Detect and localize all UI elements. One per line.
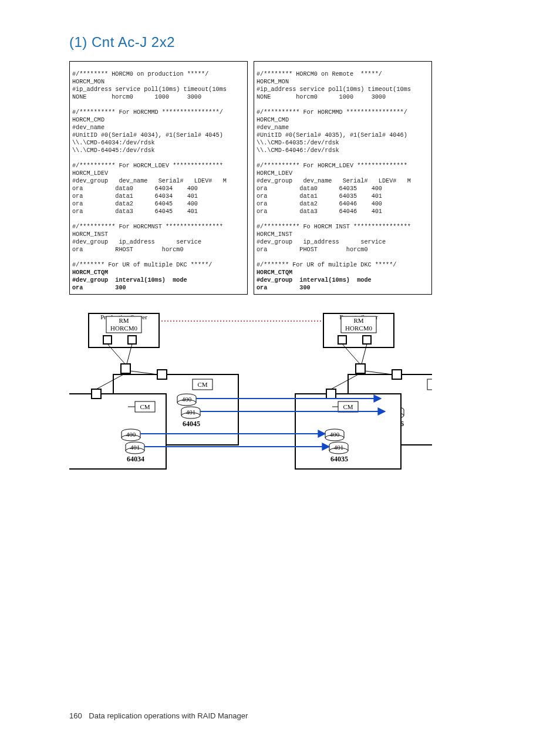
cfg-line: HORCM_MON (72, 79, 104, 85)
serial-64034: 64034 (127, 455, 144, 463)
cfg-line: #/********** For HORCMMD ***************… (72, 109, 223, 116)
svg-rect-40 (363, 336, 371, 344)
cfg-line: ora data2 64046 400 (257, 201, 382, 207)
cfg-line: #/******** HORCM0 on Remote *****/ (257, 71, 382, 77)
svg-rect-47 (427, 379, 432, 390)
svg-line-24 (96, 373, 126, 389)
cfg-line: HORCM_INST (257, 231, 292, 238)
cfg-line: #ip_address service poll(10ms) timeout(1… (257, 86, 411, 93)
cfg-line: \\.\CMD-64034:/dev/rdsk (72, 140, 155, 146)
rm-label: RM (119, 317, 129, 324)
footer-title: Data replication operations with RAID Ma… (89, 711, 248, 720)
rm-label: RM (353, 317, 363, 324)
cfg-line: #ip_address service poll(10ms) timeout(1… (72, 86, 227, 93)
svg-rect-43 (356, 364, 365, 373)
cfg-line: #dev_name (72, 124, 104, 131)
cfg-line: ora data3 64046 401 (257, 208, 382, 215)
ldev-401: 401 (334, 444, 344, 451)
cfg-line: HORCM_LDEV (72, 170, 108, 177)
svg-rect-4 (128, 336, 136, 344)
topology-diagram: Production Server RM HORCM0 CM (69, 309, 432, 505)
cfg-line: #/********** Fo HORCM INST *************… (257, 224, 411, 230)
cfg-line: #dev_group interval(10ms) mode (257, 277, 372, 283)
ldev-400: 400 (330, 431, 340, 438)
serial-64035: 64035 (330, 455, 348, 463)
svg-rect-59 (326, 389, 336, 399)
horcm0-label: HORCM0 (345, 325, 372, 332)
cfg-line: #/********** For HORCM_LDEV ************… (72, 163, 223, 169)
cfg-line: ora RHOST horcm0 (72, 247, 184, 253)
cfg-line: HORCM_CMD (257, 117, 289, 123)
horcm0-label: HORCM0 (110, 325, 137, 332)
svg-rect-45 (392, 370, 402, 379)
serial-64045: 64045 (183, 420, 200, 428)
cfg-line: #UnitID #0(Serial# 4035), #1(Serial# 404… (257, 132, 407, 139)
cfg-line: \\.\CMD-64045:/dev/rdsk (72, 147, 155, 154)
cfg-line: HORCM_INST (72, 231, 108, 238)
cfg-line: ora data1 64035 401 (257, 193, 382, 200)
cfg-line: NONE horcm0 1000 3000 (257, 94, 386, 100)
cfg-line: ora PHOST horcm0 (257, 247, 368, 253)
cfg-line: #/********** For HORCM_LDEV ************… (257, 163, 407, 169)
cfg-line: #dev_group dev_name Serial# LDEV# M (72, 178, 227, 184)
cfg-line: NONE horcm0 1000 3000 (72, 94, 201, 100)
cfg-line: ora data3 64045 401 (72, 208, 198, 215)
config-right: #/******** HORCM0 on Remote *****/ HORCM… (254, 61, 432, 295)
svg-rect-23 (92, 389, 101, 399)
cfg-line: HORCM_CMD (72, 117, 104, 123)
cfg-line: ora 300 (72, 285, 126, 291)
ldev-401: 401 (186, 409, 196, 416)
cfg-line: ora data0 64035 400 (257, 185, 382, 192)
cfg-line: ora data1 64034 401 (72, 193, 198, 200)
cfg-line: #dev_group ip_address service (257, 239, 386, 245)
cm-label: CM (197, 381, 207, 388)
config-left: #/******** HORCM0 on production *****/ H… (69, 61, 248, 295)
cfg-line: ora data2 64045 400 (72, 201, 198, 207)
cfg-line: HORCM_LDEV (257, 170, 292, 177)
svg-rect-9 (157, 370, 167, 379)
config-row: #/******** HORCM0 on production *****/ H… (69, 61, 525, 295)
cm-label: CM (343, 403, 353, 410)
cfg-line: #/******* For UR of multiple DKC *****/ (257, 262, 396, 268)
cfg-line: #dev_name (257, 124, 289, 131)
cm-label: CM (140, 403, 150, 410)
cfg-line: #/********** For HORCMMD ***************… (257, 109, 407, 116)
cfg-line: ora 300 (257, 285, 311, 291)
svg-rect-7 (121, 364, 130, 373)
page-footer: 160 Data replication operations with RAI… (69, 711, 248, 720)
cfg-line: #UnitID #0(Serial# 4034), #1(Serial# 404… (72, 132, 223, 139)
ldev-401: 401 (130, 444, 140, 451)
cfg-line: #/********** For HORCMNST **************… (72, 224, 223, 230)
ldev-400: 400 (182, 396, 192, 403)
svg-line-60 (331, 373, 360, 389)
svg-rect-39 (338, 336, 346, 344)
cfg-line: HORCM_CTQM (257, 269, 292, 276)
svg-rect-3 (103, 336, 112, 344)
cfg-line: #/******* For UR of multiple DKC *****/ (72, 262, 212, 268)
ldev-400: 400 (126, 431, 136, 438)
cfg-line: ora data0 64034 400 (72, 185, 198, 192)
page-heading: (1) Cnt Ac-J 2x2 (69, 34, 525, 50)
cfg-line: #dev_group ip_address service (72, 239, 201, 245)
cfg-line: #dev_group interval(10ms) mode (72, 277, 187, 283)
cfg-line: #/******** HORCM0 on production *****/ (72, 71, 208, 77)
cfg-line: \\.\CMD-64046:/dev/rdsk (257, 147, 339, 154)
cfg-line: HORCM_CTQM (72, 269, 108, 276)
cfg-line: \\.\CMD-64035:/dev/rdsk (257, 140, 339, 146)
page-number: 160 (69, 711, 82, 720)
cfg-line: #dev_group dev_name Serial# LDEV# M (257, 178, 411, 184)
cfg-line: HORCM_MON (257, 79, 289, 85)
